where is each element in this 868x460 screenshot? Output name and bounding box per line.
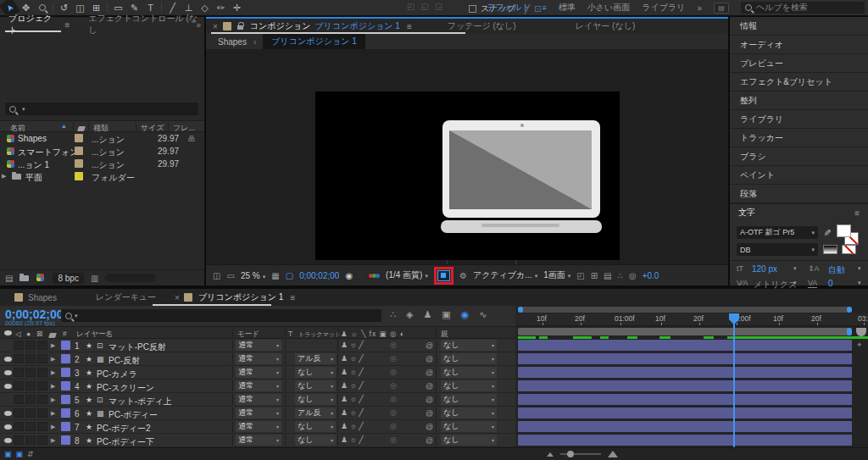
solo-column-icon[interactable]: ● [26,330,31,338]
layer-expander-icon[interactable]: ▶ [51,424,55,430]
camera-dropdown[interactable]: アクティブカ...▾ [473,269,537,281]
expander-icon[interactable]: ▶ [2,173,6,180]
project-table-header[interactable]: 名前 ▲ 種類 サイズ フレ... [0,120,204,132]
kerning-stepper[interactable]: ▾ [793,280,797,286]
project-tabs-overflow[interactable]: » [196,20,201,30]
font-style-dropdown[interactable]: DB▾ [737,243,818,256]
layer-label-chip[interactable] [61,354,70,363]
puppet-pin-tool[interactable]: ✛ [229,1,245,15]
layer-switch-cell[interactable] [37,381,47,391]
eye-column-icon[interactable] [4,330,12,335]
font-family-dropdown[interactable]: A-OTF 新ゴ Pr5▾ [737,226,818,239]
track-matte-dropdown[interactable]: なし▾ [295,435,336,446]
mode-dropdown[interactable]: 通常▾ [236,367,281,378]
layer-duration-bar[interactable] [518,353,852,364]
layer-switch-cell[interactable] [25,354,36,363]
layer-visibility-eye[interactable] [4,357,12,362]
layer-expander-icon[interactable]: ▶ [51,410,55,417]
bit-depth-button[interactable]: 8 bpc [53,273,83,284]
layer-duration-bar[interactable] [518,394,852,405]
region-of-interest-icon[interactable]: ▢ [286,271,293,280]
label-chip[interactable] [75,147,83,155]
fill-swatch[interactable] [837,224,851,237]
track-matte-dropdown[interactable]: なし▾ [295,380,336,391]
gear-icon[interactable]: ⚙ [459,271,467,280]
workspace-tab-ライブラリ[interactable]: ライブラリ [642,2,685,14]
track-matte-dropdown[interactable]: なし▾ [295,421,336,432]
frame-blend-icon[interactable]: ▣ [442,309,450,320]
layer-name[interactable]: PC-スクリーン [97,382,154,394]
layer-switch-cell[interactable] [37,368,47,377]
track-matte-dropdown[interactable]: アル反▾ [295,353,336,364]
layer-name[interactable]: PC-ボディー [108,409,158,421]
tab-footage[interactable]: フッテージ (なし) [448,20,516,32]
pixel-aspect-icon[interactable]: ◰ [576,271,584,280]
draft-3d-icon[interactable]: ◈ [406,309,413,320]
comp-panel-menu-icon[interactable]: ≡ [407,22,412,31]
layer-switch-cell[interactable] [14,408,24,418]
track-matte-dropdown[interactable]: なし▾ [295,394,336,405]
project-panel-menu-icon[interactable]: ≡ [64,20,70,30]
layer-duration-bar[interactable] [518,435,852,446]
layer-row[interactable]: ▶5★⊡マット-ボディ上通常▾なし▾♟ ☼ ╱◎@なし▾ [0,393,515,407]
layer-switch-cell[interactable] [25,408,36,418]
label-chip[interactable] [75,134,83,142]
track-matte-dropdown[interactable]: なし▾ [295,367,336,378]
magnification-dropdown[interactable]: 25 %▾ [241,271,265,280]
panel-tab-オーディオ[interactable]: オーディオ [730,36,868,54]
grid-guides-icon[interactable]: ▦ [271,271,279,280]
layer-row[interactable]: ▶2★▩PC-反射通常▾アル反▾♟ ☼ ╱◎@なし▾ [0,352,515,366]
project-search-input[interactable]: ▾ [5,103,198,115]
quality-switch-icons[interactable]: ♟ ☼ ╱ [341,341,364,349]
panel-tab-段落[interactable]: 段落 [730,185,868,203]
parent-pickwhip-icon[interactable]: @ [426,409,433,418]
item-name[interactable]: Shapes [18,134,47,143]
layer-switch-cell[interactable] [14,381,24,391]
eyedropper-icon[interactable]: ✎ [821,229,832,236]
project-row[interactable]: ▶平面フォルダー [0,170,204,183]
character-panel-menu-icon[interactable]: ≡ [854,208,860,218]
parent-pickwhip-icon[interactable]: @ [426,369,433,377]
comp-tab-comp-name[interactable]: プリコンポジション 1 [314,20,399,32]
layer-expander-icon[interactable]: ▶ [51,396,55,403]
panel-tab-エフェクト&プリセット[interactable]: エフェクト&プリセット [730,73,868,91]
snapshot-icon[interactable]: ◉ [345,271,353,280]
layer-name[interactable]: PC-カメラ [97,369,137,380]
motion-blur-cell-icon[interactable]: ◎ [390,435,397,444]
workspace-tab-デフォルト[interactable]: デフォルト [487,2,530,14]
layer-switch-cell[interactable] [37,341,47,350]
zoom-in-icon[interactable] [608,451,618,457]
panel-tab-ライブラリ[interactable]: ライブラリ [730,110,868,129]
layer-expander-icon[interactable]: ▶ [51,342,55,349]
layer-label-chip[interactable] [61,341,70,350]
work-area-bar[interactable] [518,328,852,335]
mode-dropdown[interactable]: 通常▾ [236,407,281,418]
track-matte-column[interactable]: トラックマット [298,330,341,339]
label-chip[interactable] [75,159,83,168]
trash-icon[interactable]: ▥ [91,274,98,283]
graph-editor-icon[interactable]: ∿ [479,309,487,320]
parent-dropdown[interactable]: なし▾ [441,407,497,418]
roto-brush-tool[interactable]: ✏ [213,1,229,15]
layer-switch-cell[interactable] [25,341,36,350]
timeline-search-input[interactable]: ▾ [61,309,381,322]
layer-switch-cell[interactable] [37,435,47,445]
project-row[interactable]: Shapes...ション29.97品 [0,132,204,145]
tab-shapes[interactable]: Shapes [28,293,57,302]
layer-switch-cell[interactable] [25,435,36,445]
help-search-input[interactable]: ヘルプを検索 [741,2,865,14]
project-row[interactable]: ...ョン 1...ション29.97 [0,158,204,170]
layer-switch-cell[interactable] [14,435,24,445]
scrollbar-cap[interactable] [518,307,523,313]
none-swatch[interactable] [842,245,856,254]
parent-pickwhip-icon[interactable]: @ [426,382,433,391]
mode-dropdown[interactable]: 通常▾ [236,435,281,446]
motion-blur-cell-icon[interactable]: ◎ [390,354,397,363]
tracking-value[interactable]: 0 [828,279,833,288]
transparency-grid-button[interactable] [437,270,450,281]
panel-tab-整列[interactable]: 整列 [730,91,868,110]
composition-mini-flowchart-icon[interactable]: ∴ [390,309,396,320]
layer-duration-bar[interactable] [518,340,852,351]
motion-blur-cell-icon[interactable]: ◎ [390,341,397,349]
item-name[interactable]: 平面 [25,172,42,184]
